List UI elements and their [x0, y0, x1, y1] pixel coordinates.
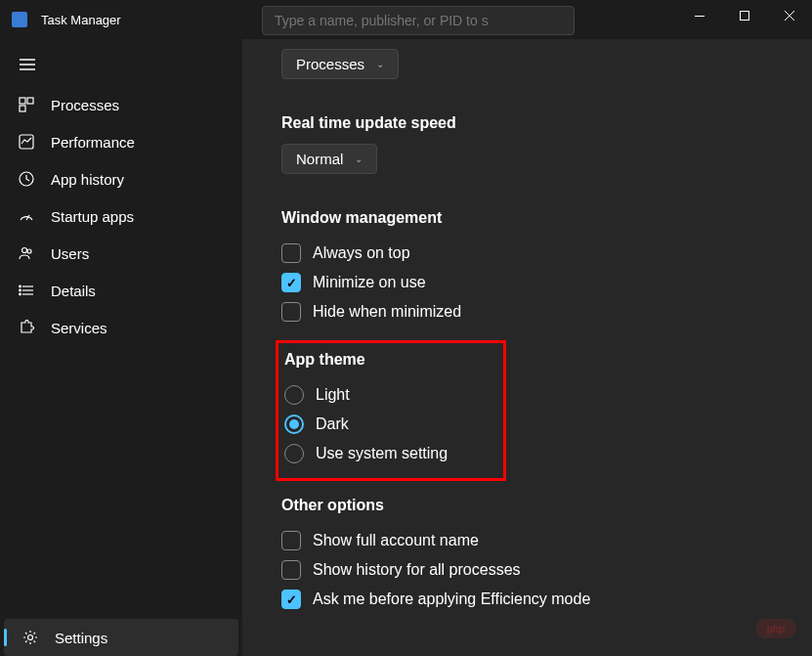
- sidebar-item-performance[interactable]: Performance: [0, 123, 242, 160]
- content-area: Processes ⌄ Real time update speed Norma…: [242, 39, 812, 656]
- option-label: Dark: [316, 415, 349, 433]
- svg-rect-8: [27, 98, 33, 104]
- efficiency-confirm-option[interactable]: Ask me before applying Efficiency mode: [281, 585, 773, 614]
- option-label: Show history for all processes: [313, 561, 521, 579]
- close-button[interactable]: [767, 0, 812, 31]
- window-controls: [677, 0, 812, 31]
- option-label: Ask me before applying Efficiency mode: [313, 590, 590, 608]
- update-speed-dropdown[interactable]: Normal ⌄: [281, 144, 377, 174]
- svg-point-14: [27, 249, 31, 253]
- radio-icon: [284, 385, 304, 405]
- checkbox-icon: [281, 273, 301, 292]
- option-label: Always on top: [313, 244, 410, 262]
- minimize-on-use-option[interactable]: Minimize on use: [281, 268, 773, 297]
- svg-rect-1: [741, 12, 749, 21]
- svg-point-21: [28, 635, 33, 640]
- grid-icon: [18, 96, 35, 113]
- history-icon: [18, 170, 35, 188]
- gauge-icon: [18, 207, 35, 225]
- checkbox-icon: [281, 560, 301, 580]
- default-page-dropdown[interactable]: Processes ⌄: [281, 49, 399, 79]
- sidebar-item-settings[interactable]: Settings: [4, 619, 238, 656]
- dropdown-value: Processes: [296, 56, 364, 72]
- dropdown-value: Normal: [296, 151, 343, 167]
- sidebar-item-services[interactable]: Services: [0, 309, 242, 346]
- sidebar-item-label: Processes: [51, 97, 119, 113]
- option-label: Light: [316, 386, 350, 404]
- users-icon: [18, 244, 35, 262]
- sidebar-item-label: Services: [51, 320, 107, 336]
- app-theme-heading: App theme: [284, 351, 491, 369]
- highlight-annotation: App theme Light Dark Use system setting: [276, 340, 506, 481]
- option-label: Show full account name: [313, 532, 479, 549]
- sidebar: Processes Performance App history Startu…: [0, 39, 242, 656]
- puzzle-icon: [18, 319, 35, 336]
- sidebar-item-label: Users: [51, 245, 89, 262]
- theme-dark-option[interactable]: Dark: [284, 410, 491, 439]
- window-title: Task Manager: [41, 13, 121, 27]
- checkbox-icon: [281, 590, 301, 609]
- maximize-button[interactable]: [722, 0, 767, 31]
- show-full-account-option[interactable]: Show full account name: [281, 526, 773, 555]
- other-options-heading: Other options: [281, 497, 773, 514]
- hide-when-minimized-option[interactable]: Hide when minimized: [281, 297, 773, 327]
- list-icon: [18, 282, 35, 299]
- checkbox-icon: [281, 302, 301, 322]
- checkbox-icon: [281, 243, 301, 263]
- option-label: Use system setting: [316, 445, 448, 462]
- minimize-button[interactable]: [677, 0, 722, 31]
- titlebar: Task Manager: [0, 0, 812, 39]
- sidebar-item-details[interactable]: Details: [0, 272, 242, 309]
- chart-icon: [18, 133, 35, 151]
- hamburger-button[interactable]: [0, 51, 242, 78]
- show-history-all-option[interactable]: Show history for all processes: [281, 555, 773, 585]
- radio-icon: [284, 415, 304, 434]
- sidebar-item-label: Details: [51, 283, 96, 299]
- checkbox-icon: [281, 531, 301, 550]
- sidebar-item-label: Performance: [51, 134, 135, 151]
- watermark: php: [755, 619, 796, 638]
- sidebar-item-label: Settings: [55, 630, 107, 646]
- sidebar-item-app-history[interactable]: App history: [0, 160, 242, 197]
- update-speed-heading: Real time update speed: [281, 114, 773, 132]
- always-on-top-option[interactable]: Always on top: [281, 239, 773, 268]
- svg-point-13: [22, 248, 27, 253]
- search-input[interactable]: [262, 6, 575, 35]
- svg-rect-9: [20, 106, 25, 111]
- app-icon: [12, 12, 27, 27]
- sidebar-item-startup-apps[interactable]: Startup apps: [0, 197, 242, 235]
- svg-rect-7: [20, 98, 25, 104]
- sidebar-item-users[interactable]: Users: [0, 235, 242, 272]
- theme-light-option[interactable]: Light: [284, 380, 491, 410]
- option-label: Minimize on use: [313, 274, 426, 291]
- svg-point-18: [20, 285, 21, 287]
- chevron-down-icon: ⌄: [376, 59, 384, 69]
- sidebar-item-label: App history: [51, 171, 124, 188]
- window-management-heading: Window management: [281, 209, 773, 227]
- radio-icon: [284, 444, 304, 463]
- chevron-down-icon: ⌄: [355, 153, 363, 164]
- sidebar-item-label: Startup apps: [51, 208, 134, 225]
- sidebar-item-processes[interactable]: Processes: [0, 86, 242, 123]
- theme-system-option[interactable]: Use system setting: [284, 439, 491, 468]
- svg-point-19: [20, 289, 21, 291]
- gear-icon: [21, 629, 39, 646]
- svg-point-20: [20, 293, 21, 295]
- option-label: Hide when minimized: [313, 303, 461, 321]
